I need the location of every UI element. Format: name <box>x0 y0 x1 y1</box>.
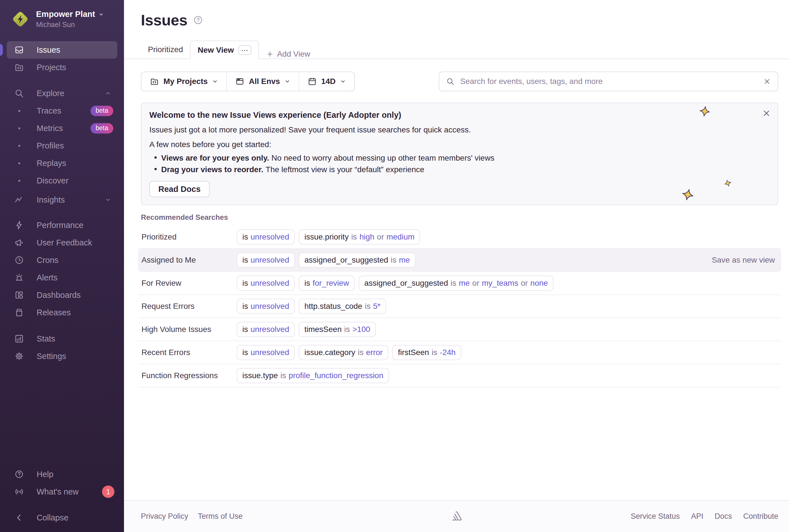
sidebar-item-stats[interactable]: Stats <box>7 330 117 347</box>
query-pill[interactable]: isunresolved <box>237 345 295 360</box>
recommended-row-label: Request Errors <box>141 302 237 311</box>
tab-prioritized[interactable]: Prioritized <box>141 41 190 59</box>
sidebar-item-label: Dashboards <box>37 290 81 300</box>
sidebar-item-projects[interactable]: Projects <box>7 59 117 76</box>
banner-bullet: Views are for your eyes only.No need to … <box>152 154 770 163</box>
search-bar <box>439 72 778 91</box>
query-pill[interactable]: isunresolved <box>237 229 295 245</box>
recommended-searches-heading: Recommended Searches <box>141 213 778 222</box>
bullet-dot <box>18 180 20 182</box>
query-token: is <box>344 325 350 334</box>
sidebar-item-releases[interactable]: Releases <box>7 304 117 321</box>
recommended-row-function-regressions[interactable]: Function Regressionsissue.typeisprofile_… <box>138 364 781 387</box>
query-pill[interactable]: assigned_or_suggestedismeormy_teamsornon… <box>359 276 554 291</box>
sidebar-item-alerts[interactable]: Alerts <box>7 269 117 286</box>
sidebar-item-label: Performance <box>37 221 83 230</box>
project-filter-button[interactable]: My Projects <box>141 72 226 91</box>
org-user: Michael Sun <box>36 21 104 29</box>
query-token: or <box>472 279 479 288</box>
dashboards-icon <box>14 290 24 300</box>
search-input[interactable] <box>460 77 758 86</box>
sidebar-item-crons[interactable]: Crons <box>7 251 117 269</box>
date-filter-button[interactable]: 14D <box>299 72 354 91</box>
main-panel: Issues Prioritized New View ... Add View <box>124 0 789 532</box>
sidebar-main-items: PerformanceUser FeedbackCronsAlertsDashb… <box>7 216 117 321</box>
footer-right-links: Service StatusAPIDocsContribute <box>631 512 778 521</box>
query-pill[interactable]: assigned_or_suggestedisme <box>299 252 415 268</box>
recommended-row-prioritized[interactable]: Prioritizedisunresolvedissue.priorityish… <box>138 226 781 249</box>
query-token: error <box>366 348 383 357</box>
sidebar-item-metrics[interactable]: Metricsbeta <box>7 119 117 137</box>
sidebar-item-profiles[interactable]: Profiles <box>7 137 117 154</box>
query-pill[interactable]: isunresolved <box>237 299 295 314</box>
recommended-row-request-errors[interactable]: Request Errorsisunresolvedhttp.status_co… <box>138 295 781 318</box>
footer-link-privacy-policy[interactable]: Privacy Policy <box>141 512 188 521</box>
sidebar-item-dashboards[interactable]: Dashboards <box>7 286 117 304</box>
sidebar-item-explore[interactable]: Explore <box>7 84 117 102</box>
sidebar-item-settings[interactable]: Settings <box>7 347 117 365</box>
footer-link-docs[interactable]: Docs <box>715 512 732 521</box>
add-view-label: Add View <box>277 50 310 59</box>
filter-row: My Projects All Envs <box>141 72 778 91</box>
recommended-row-for-review[interactable]: For Reviewisunresolvedisfor_reviewassign… <box>138 272 781 295</box>
query-token: is <box>242 325 248 334</box>
recommended-row-label: Function Regressions <box>141 371 237 380</box>
help-circle-icon[interactable] <box>193 15 203 25</box>
query-token: is <box>450 279 456 288</box>
read-docs-button[interactable]: Read Docs <box>149 181 210 197</box>
footer-link-contribute[interactable]: Contribute <box>743 512 778 521</box>
clear-search-icon[interactable] <box>763 77 771 86</box>
query-pill[interactable]: isunresolved <box>237 322 295 337</box>
sidebar-item-replays[interactable]: Replays <box>7 154 117 172</box>
sparkle-star-icon <box>723 178 733 188</box>
footer-left-links: Privacy PolicyTerms of Use <box>141 512 243 521</box>
recommended-row-recent-errors[interactable]: Recent Errorsisunresolvedissue.categoryi… <box>138 341 781 364</box>
search-icon <box>14 88 24 98</box>
sidebar-item-insights[interactable]: Insights <box>7 191 117 209</box>
sidebar-item-discover[interactable]: Discover <box>7 172 117 189</box>
query-token: http.status_code <box>304 302 362 311</box>
save-as-new-view-link[interactable]: Save as new view <box>712 255 778 265</box>
query-pills: isunresolvedhttp.status_codeis5* <box>237 299 386 314</box>
sidebar-item-label: Settings <box>37 352 66 361</box>
sidebar-item-what-s-new[interactable]: What's new1 <box>7 483 117 500</box>
query-token: unresolved <box>251 255 289 265</box>
environment-filter-button[interactable]: All Envs <box>226 72 299 91</box>
tab-new-view[interactable]: New View ... <box>190 41 259 59</box>
query-pill[interactable]: isunresolved <box>237 276 295 291</box>
add-view-button[interactable]: Add View <box>259 50 317 59</box>
stats-icon <box>14 334 24 344</box>
footer-link-terms-of-use[interactable]: Terms of Use <box>198 512 243 521</box>
query-pill[interactable]: timesSeenis>100 <box>299 322 376 337</box>
sidebar-collapse-button[interactable]: Collapse <box>7 509 117 526</box>
query-pill[interactable]: firstSeenis-24h <box>392 345 461 360</box>
recommended-row-high-volume-issues[interactable]: High Volume IssuesisunresolvedtimesSeeni… <box>138 318 781 341</box>
query-pill[interactable]: isunresolved <box>237 252 295 268</box>
sidebar-item-traces[interactable]: Tracesbeta <box>7 102 117 119</box>
tab-options-ellipsis-button[interactable]: ... <box>238 45 251 55</box>
org-switcher[interactable]: Empower Plant Michael Sun <box>11 10 117 29</box>
query-token: none <box>530 279 548 288</box>
sidebar-item-help[interactable]: Help <box>7 466 117 483</box>
sidebar-item-label: Projects <box>37 63 66 72</box>
recommended-row-assigned-to-me[interactable]: Assigned to Meisunresolvedassigned_or_su… <box>138 249 781 272</box>
bullet-dot <box>154 156 157 159</box>
query-pill[interactable]: http.status_codeis5* <box>299 299 386 314</box>
view-tabs: Prioritized New View ... Add View <box>124 41 789 59</box>
sidebar-item-issues[interactable]: Issues <box>7 41 117 59</box>
query-pills: isunresolvedissue.categoryiserrorfirstSe… <box>237 345 461 360</box>
query-pill[interactable]: issue.categoryiserror <box>299 345 388 360</box>
query-pill[interactable]: issue.typeisprofile_function_regression <box>237 368 389 383</box>
sidebar-item-label: Profiles <box>37 141 64 150</box>
query-token: for_review <box>312 279 349 288</box>
footer-link-api[interactable]: API <box>691 512 703 521</box>
query-pill[interactable]: isfor_review <box>299 276 354 291</box>
sidebar-item-label: Issues <box>37 45 60 55</box>
query-token: unresolved <box>251 232 289 242</box>
gear-icon <box>14 351 24 361</box>
sidebar-item-user-feedback[interactable]: User Feedback <box>7 234 117 251</box>
footer-link-service-status[interactable]: Service Status <box>631 512 680 521</box>
query-pill[interactable]: issue.priorityishighormedium <box>299 229 420 245</box>
close-icon[interactable] <box>762 109 771 118</box>
sidebar-item-performance[interactable]: Performance <box>7 216 117 234</box>
